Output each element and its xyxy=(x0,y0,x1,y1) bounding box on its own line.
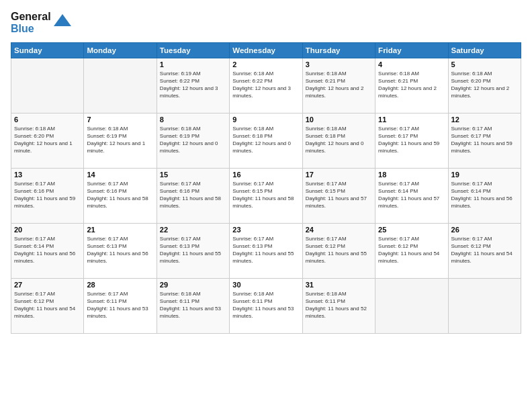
header-thursday: Thursday xyxy=(302,42,375,58)
calendar-cell: 6Sunrise: 6:18 AM Sunset: 6:20 PM Daylig… xyxy=(11,113,84,168)
calendar-cell: 5Sunrise: 6:18 AM Sunset: 6:20 PM Daylig… xyxy=(448,58,521,113)
calendar-cell: 4Sunrise: 6:18 AM Sunset: 6:21 PM Daylig… xyxy=(375,58,448,113)
cell-info: Sunrise: 6:17 AM Sunset: 6:16 PM Dayligh… xyxy=(87,180,153,210)
day-number: 20 xyxy=(14,226,81,234)
day-number: 21 xyxy=(87,226,153,234)
cell-info: Sunrise: 6:18 AM Sunset: 6:22 PM Dayligh… xyxy=(232,70,299,100)
cell-info: Sunrise: 6:17 AM Sunset: 6:12 PM Dayligh… xyxy=(378,235,445,265)
cell-info: Sunrise: 6:17 AM Sunset: 6:14 PM Dayligh… xyxy=(378,180,445,210)
cell-info: Sunrise: 6:18 AM Sunset: 6:19 PM Dayligh… xyxy=(160,125,226,155)
cell-info: Sunrise: 6:18 AM Sunset: 6:21 PM Dayligh… xyxy=(306,70,372,100)
cell-info: Sunrise: 6:17 AM Sunset: 6:16 PM Dayligh… xyxy=(14,180,81,210)
cell-info: Sunrise: 6:17 AM Sunset: 6:13 PM Dayligh… xyxy=(87,235,153,265)
cell-info: Sunrise: 6:17 AM Sunset: 6:12 PM Dayligh… xyxy=(14,290,81,320)
calendar-cell: 23Sunrise: 6:17 AM Sunset: 6:13 PM Dayli… xyxy=(230,223,302,278)
day-number: 8 xyxy=(160,116,226,124)
day-number: 4 xyxy=(378,60,445,68)
day-number: 22 xyxy=(160,226,226,234)
calendar-cell: 2Sunrise: 6:18 AM Sunset: 6:22 PM Daylig… xyxy=(230,58,302,113)
day-number: 31 xyxy=(306,281,372,289)
header-tuesday: Tuesday xyxy=(157,42,229,58)
day-number: 30 xyxy=(232,281,299,289)
calendar-cell: 9Sunrise: 6:18 AM Sunset: 6:18 PM Daylig… xyxy=(230,113,302,168)
day-number: 19 xyxy=(451,171,518,179)
cell-info: Sunrise: 6:18 AM Sunset: 6:11 PM Dayligh… xyxy=(232,290,299,320)
day-number: 14 xyxy=(87,171,153,179)
calendar-cell: 31Sunrise: 6:18 AM Sunset: 6:11 PM Dayli… xyxy=(302,278,375,333)
calendar-cell: 3Sunrise: 6:18 AM Sunset: 6:21 PM Daylig… xyxy=(302,58,375,113)
calendar-cell: 15Sunrise: 6:17 AM Sunset: 6:16 PM Dayli… xyxy=(157,168,229,223)
day-number: 10 xyxy=(306,116,372,124)
calendar-cell: 1Sunrise: 6:19 AM Sunset: 6:22 PM Daylig… xyxy=(157,58,229,113)
cell-info: Sunrise: 6:18 AM Sunset: 6:20 PM Dayligh… xyxy=(451,70,518,100)
day-number: 25 xyxy=(378,226,445,234)
cell-info: Sunrise: 6:18 AM Sunset: 6:18 PM Dayligh… xyxy=(306,125,372,155)
calendar-cell: 7Sunrise: 6:18 AM Sunset: 6:19 PM Daylig… xyxy=(84,113,157,168)
calendar-body: 1Sunrise: 6:19 AM Sunset: 6:22 PM Daylig… xyxy=(11,58,521,333)
day-number: 11 xyxy=(378,116,445,124)
calendar-cell: 26Sunrise: 6:17 AM Sunset: 6:12 PM Dayli… xyxy=(448,223,521,278)
calendar-cell: 24Sunrise: 6:17 AM Sunset: 6:12 PM Dayli… xyxy=(302,223,375,278)
logo-line1: General xyxy=(11,11,51,23)
calendar-cell: 14Sunrise: 6:17 AM Sunset: 6:16 PM Dayli… xyxy=(84,168,157,223)
cell-info: Sunrise: 6:17 AM Sunset: 6:12 PM Dayligh… xyxy=(306,235,372,265)
cell-info: Sunrise: 6:19 AM Sunset: 6:22 PM Dayligh… xyxy=(160,70,226,100)
day-number: 3 xyxy=(306,60,372,68)
logo-line2: Blue xyxy=(11,23,51,35)
day-number: 12 xyxy=(451,116,518,124)
cell-info: Sunrise: 6:17 AM Sunset: 6:14 PM Dayligh… xyxy=(14,235,81,265)
cell-info: Sunrise: 6:17 AM Sunset: 6:17 PM Dayligh… xyxy=(451,125,518,155)
day-number: 28 xyxy=(87,281,153,289)
logo: General Blue xyxy=(11,11,73,36)
cell-info: Sunrise: 6:18 AM Sunset: 6:11 PM Dayligh… xyxy=(160,290,226,320)
header-monday: Monday xyxy=(84,42,157,58)
cell-info: Sunrise: 6:17 AM Sunset: 6:17 PM Dayligh… xyxy=(378,125,445,155)
calendar-header: SundayMondayTuesdayWednesdayThursdayFrid… xyxy=(11,42,521,58)
calendar-cell: 25Sunrise: 6:17 AM Sunset: 6:12 PM Dayli… xyxy=(375,223,448,278)
calendar-week-2: 6Sunrise: 6:18 AM Sunset: 6:20 PM Daylig… xyxy=(11,113,521,168)
cell-info: Sunrise: 6:17 AM Sunset: 6:11 PM Dayligh… xyxy=(87,290,153,320)
calendar-cell: 11Sunrise: 6:17 AM Sunset: 6:17 PM Dayli… xyxy=(375,113,448,168)
day-number: 17 xyxy=(306,171,372,179)
calendar-cell: 13Sunrise: 6:17 AM Sunset: 6:16 PM Dayli… xyxy=(11,168,84,223)
header-friday: Friday xyxy=(375,42,448,58)
logo-icon xyxy=(52,13,73,33)
day-number: 2 xyxy=(232,60,299,68)
calendar-cell: 27Sunrise: 6:17 AM Sunset: 6:12 PM Dayli… xyxy=(11,278,84,333)
calendar-cell: 19Sunrise: 6:17 AM Sunset: 6:14 PM Dayli… xyxy=(448,168,521,223)
calendar-cell: 30Sunrise: 6:18 AM Sunset: 6:11 PM Dayli… xyxy=(230,278,302,333)
calendar-week-5: 27Sunrise: 6:17 AM Sunset: 6:12 PM Dayli… xyxy=(11,278,521,333)
header-wednesday: Wednesday xyxy=(230,42,302,58)
cell-info: Sunrise: 6:17 AM Sunset: 6:16 PM Dayligh… xyxy=(160,180,226,210)
calendar-cell: 10Sunrise: 6:18 AM Sunset: 6:18 PM Dayli… xyxy=(302,113,375,168)
day-number: 15 xyxy=(160,171,226,179)
svg-marker-0 xyxy=(54,14,71,26)
cell-info: Sunrise: 6:17 AM Sunset: 6:13 PM Dayligh… xyxy=(232,235,299,265)
day-number: 5 xyxy=(451,60,518,68)
day-number: 16 xyxy=(232,171,299,179)
calendar-cell: 29Sunrise: 6:18 AM Sunset: 6:11 PM Dayli… xyxy=(157,278,229,333)
day-number: 26 xyxy=(451,226,518,234)
day-number: 18 xyxy=(378,171,445,179)
cell-info: Sunrise: 6:18 AM Sunset: 6:18 PM Dayligh… xyxy=(232,125,299,155)
calendar-cell: 12Sunrise: 6:17 AM Sunset: 6:17 PM Dayli… xyxy=(448,113,521,168)
calendar-cell xyxy=(448,278,521,333)
calendar-cell xyxy=(11,58,84,113)
day-number: 29 xyxy=(160,281,226,289)
calendar-table: SundayMondayTuesdayWednesdayThursdayFrid… xyxy=(11,42,521,334)
cell-info: Sunrise: 6:18 AM Sunset: 6:11 PM Dayligh… xyxy=(306,290,372,320)
calendar-cell: 28Sunrise: 6:17 AM Sunset: 6:11 PM Dayli… xyxy=(84,278,157,333)
cell-info: Sunrise: 6:18 AM Sunset: 6:19 PM Dayligh… xyxy=(87,125,153,155)
day-number: 1 xyxy=(160,60,226,68)
calendar-cell: 22Sunrise: 6:17 AM Sunset: 6:13 PM Dayli… xyxy=(157,223,229,278)
calendar-cell xyxy=(84,58,157,113)
calendar-week-4: 20Sunrise: 6:17 AM Sunset: 6:14 PM Dayli… xyxy=(11,223,521,278)
day-number: 23 xyxy=(232,226,299,234)
day-number: 24 xyxy=(306,226,372,234)
calendar-cell xyxy=(375,278,448,333)
header-sunday: Sunday xyxy=(11,42,84,58)
cell-info: Sunrise: 6:18 AM Sunset: 6:21 PM Dayligh… xyxy=(378,70,445,100)
header-saturday: Saturday xyxy=(448,42,521,58)
calendar-cell: 8Sunrise: 6:18 AM Sunset: 6:19 PM Daylig… xyxy=(157,113,229,168)
cell-info: Sunrise: 6:17 AM Sunset: 6:15 PM Dayligh… xyxy=(232,180,299,210)
